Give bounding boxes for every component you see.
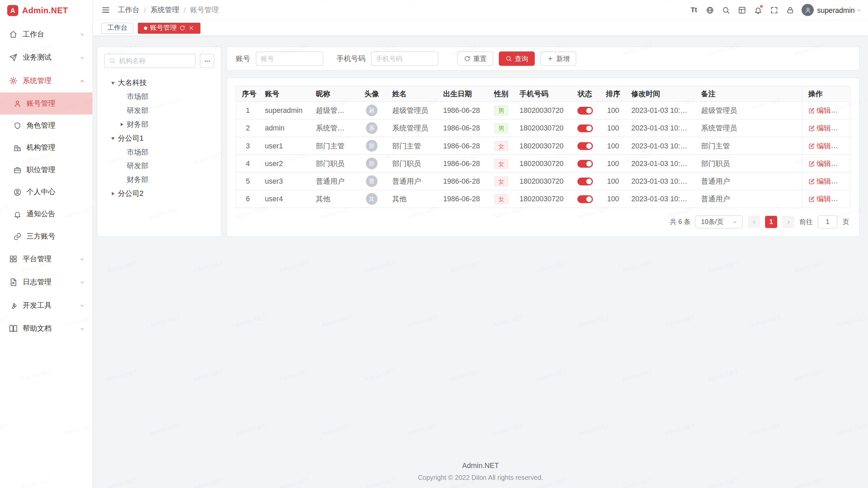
tree-node[interactable]: 财务部 [104, 117, 214, 131]
tree-node[interactable]: 财务部 [104, 172, 214, 186]
tab-account-management[interactable]: 账号管理 [138, 22, 200, 34]
search-button[interactable]: 查询 [499, 52, 535, 66]
sidebar-item-system-management[interactable]: 系统管理 [0, 69, 93, 93]
app-logo[interactable]: A Admin.NET [0, 0, 93, 20]
sidebar-subitem-third-party-account[interactable]: 三方账号 [0, 225, 93, 247]
row-avatar: 其 [366, 193, 377, 205]
row-more-button[interactable] [837, 177, 845, 185]
menu-collapse-icon[interactable] [101, 5, 110, 14]
sidebar-item-business-test[interactable]: 业务测试 [0, 46, 93, 69]
row-more-button[interactable] [837, 142, 845, 150]
status-toggle[interactable] [577, 178, 593, 186]
row-more-button[interactable] [837, 195, 845, 203]
sidebar-subitem-org-management[interactable]: 机构管理 [0, 137, 93, 159]
column-header: 账号 [259, 86, 310, 102]
notification-icon[interactable] [751, 3, 765, 17]
status-toggle[interactable] [577, 125, 593, 133]
edit-button[interactable]: 编辑 [808, 123, 831, 133]
profile-icon [13, 188, 21, 196]
edit-button[interactable]: 编辑 [808, 194, 831, 204]
tree-node[interactable]: 大名科技 [104, 76, 214, 90]
tree-caret-icon[interactable] [118, 121, 125, 128]
tree-node[interactable]: 研发部 [104, 103, 214, 117]
org-tree-panel: 大名科技市场部研发部财务部分公司1市场部研发部财务部分公司2 [97, 46, 221, 237]
refresh-icon [464, 55, 471, 62]
font-size-icon[interactable]: Tt [687, 3, 701, 17]
app-root: A Admin.NET 工作台业务测试系统管理账号管理角色管理机构管理职位管理个… [0, 0, 868, 488]
row-more-button[interactable] [837, 160, 845, 167]
phone-input[interactable] [371, 52, 438, 66]
reset-button[interactable]: 重置 [457, 52, 493, 66]
fullscreen-icon[interactable] [767, 3, 781, 17]
row-more-button[interactable] [837, 124, 845, 132]
topbar: 工作台 / 系统管理 / 账号管理 Tt superadmin [93, 0, 868, 20]
account-input[interactable] [256, 52, 323, 66]
chevron-down-icon [80, 303, 85, 308]
lock-screen-icon[interactable] [783, 3, 797, 17]
row-more-button[interactable] [837, 106, 845, 114]
tree-node[interactable]: 分公司1 [104, 131, 214, 145]
column-header: 备注 [695, 86, 802, 102]
org-icon [13, 144, 21, 152]
sidebar-subitem-personal-center[interactable]: 个人中心 [0, 181, 93, 203]
status-toggle[interactable] [577, 107, 593, 115]
edit-button[interactable]: 编辑 [808, 141, 831, 151]
breadcrumb-item-system-management[interactable]: 系统管理 [150, 5, 179, 15]
tree-node[interactable]: 市场部 [104, 145, 214, 159]
sidebar-subitem-position-management[interactable]: 职位管理 [0, 159, 93, 181]
tree-caret-icon[interactable] [110, 190, 116, 197]
page-unit-label: 页 [843, 217, 849, 227]
user-table-panel: 序号账号昵称头像姓名出生日期性别手机号码状态排序修改时间备注操作 1supera… [226, 78, 860, 237]
sex-tag: 女 [494, 176, 508, 186]
tree-caret-icon[interactable] [110, 79, 116, 86]
username[interactable]: superadmin [817, 6, 855, 14]
sidebar-item-log-management[interactable]: 日志管理 [0, 270, 93, 294]
table-row: 4user2部门职员部部门职员1986-06-28女18020030720100… [236, 155, 850, 172]
page-size-select[interactable]: 10条/页 [695, 215, 743, 228]
table-row: 1superadmin超级管理员超超级管理员1986-06-28男1802003… [236, 102, 850, 119]
column-header: 修改时间 [626, 86, 696, 102]
user-table: 序号账号昵称头像姓名出生日期性别手机号码状态排序修改时间备注操作 1supera… [236, 86, 850, 208]
chevron-down-icon [856, 7, 862, 13]
tree-node[interactable]: 研发部 [104, 159, 214, 173]
sex-tag: 女 [494, 141, 508, 151]
edit-button[interactable]: 编辑 [808, 176, 831, 186]
plus-icon [547, 55, 554, 62]
sidebar-item-dev-tools[interactable]: 开发工具 [0, 294, 93, 317]
org-more-button[interactable] [200, 54, 214, 68]
layout-icon[interactable] [735, 3, 749, 17]
tree-caret-icon[interactable] [110, 135, 116, 142]
table-row: 2admin系统管理员系系统管理员1986-06-28男180200307201… [236, 119, 850, 137]
column-header: 头像 [357, 86, 387, 102]
sidebar-item-help-docs[interactable]: 帮助文档 [0, 317, 93, 341]
add-button[interactable]: 新增 [540, 52, 576, 66]
status-toggle[interactable] [577, 142, 593, 150]
user-avatar[interactable] [802, 4, 814, 16]
org-search-input[interactable] [104, 54, 195, 68]
tab-workbench[interactable]: 工作台 [101, 22, 134, 34]
sidebar-subitem-role-management[interactable]: 角色管理 [0, 115, 93, 137]
edit-button[interactable]: 编辑 [808, 105, 831, 115]
sidebar-item-platform-management[interactable]: 平台管理 [0, 247, 93, 271]
page-1-button[interactable]: 1 [765, 216, 777, 228]
goto-page-input[interactable] [817, 215, 837, 228]
org-tree: 大名科技市场部研发部财务部分公司1市场部研发部财务部分公司2 [104, 76, 214, 200]
status-toggle[interactable] [577, 160, 593, 168]
sidebar-subitem-account-management[interactable]: 账号管理 [0, 93, 93, 115]
next-page-button[interactable] [782, 216, 794, 228]
tree-node[interactable]: 分公司2 [104, 186, 214, 200]
status-toggle[interactable] [577, 196, 593, 203]
search-icon[interactable] [719, 3, 733, 17]
edit-button[interactable]: 编辑 [808, 159, 831, 168]
close-icon[interactable] [188, 25, 194, 31]
prev-page-button[interactable] [748, 216, 760, 228]
tab-active-dot [144, 26, 147, 30]
page-body: 大名科技市场部研发部财务部分公司1市场部研发部财务部分公司2 账号 手机号码 重… [93, 36, 868, 488]
org-search-field[interactable] [119, 57, 191, 65]
sidebar-subitem-notice-announcement[interactable]: 通知公告 [0, 203, 93, 225]
tree-node[interactable]: 市场部 [104, 89, 214, 103]
breadcrumb-item-workbench[interactable]: 工作台 [118, 5, 140, 15]
sidebar-item-workbench[interactable]: 工作台 [0, 23, 93, 46]
language-icon[interactable] [703, 3, 717, 17]
refresh-icon[interactable] [179, 25, 185, 31]
